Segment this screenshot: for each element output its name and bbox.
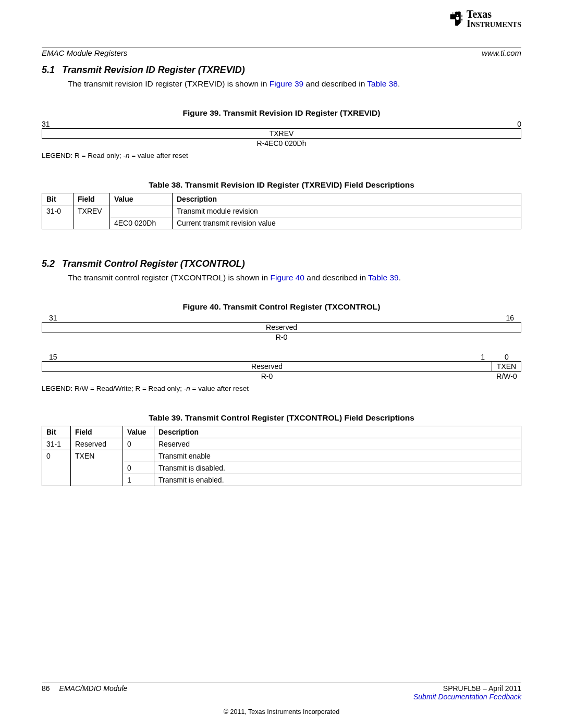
table-row: Reserved: [154, 438, 521, 450]
fig39-bit-hi: 31: [42, 120, 50, 128]
table-row: Transmit enable: [154, 450, 521, 462]
link-table-38[interactable]: Table 38: [367, 79, 398, 88]
table-row: TXEN: [71, 450, 123, 462]
t38-h-bit: Bit: [42, 193, 74, 205]
ti-logo: Texas Instruments: [449, 9, 521, 28]
table-row: [71, 462, 123, 474]
submit-feedback-link[interactable]: Submit Documentation Feedback: [413, 693, 521, 701]
table-row: Current transmit revision value: [173, 217, 521, 229]
link-figure-39[interactable]: Figure 39: [270, 79, 303, 88]
table-row: 0: [42, 450, 71, 462]
table-row: [71, 474, 123, 486]
t39-h-field: Field: [71, 426, 123, 438]
page-footer: 86 EMAC/MDIO Module SPRUFL5B – April 201…: [42, 683, 521, 715]
link-figure-40[interactable]: Figure 40: [270, 273, 304, 282]
footer-rule: [42, 683, 521, 683]
table-row: 31-0: [42, 205, 74, 217]
section-5.1-title: Transmit Revision ID Register (TXREVID): [62, 65, 245, 76]
table-row: [74, 217, 110, 229]
svg-point-1: [457, 15, 458, 17]
table-row: [110, 205, 173, 217]
t39-h-bit: Bit: [42, 426, 71, 438]
fig40-r2-bit-mid: 1: [481, 353, 485, 361]
fig40-r2-access-narrow: R/W-0: [492, 372, 521, 380]
table-row: 0: [123, 462, 154, 474]
table-row: Transmit is enabled.: [154, 474, 521, 486]
table-row: TXREV: [74, 205, 110, 217]
table-row: 1: [123, 474, 154, 486]
table-row: [42, 474, 71, 486]
ti-logo-text: Texas Instruments: [467, 9, 521, 28]
fig40-r2-bit-lo: 0: [492, 353, 521, 361]
fig40-r1-bit-hi: 31: [49, 314, 57, 322]
table-row: [42, 462, 71, 474]
table-38-caption: Table 38. Transmit Revision ID Register …: [42, 180, 521, 190]
fig39-access: R-4EC0 020Dh: [42, 139, 521, 147]
table-row: [123, 450, 154, 462]
table-39: Bit Field Value Description 31-1 Reserve…: [42, 426, 521, 486]
table-row: Reserved: [71, 438, 123, 450]
header-left: EMAC Module Registers: [42, 48, 127, 57]
table-row: 31-1: [42, 438, 71, 450]
section-5.2-body: The transmit control register (TXCONTROL…: [68, 273, 521, 283]
table-row: Transmit module revision: [173, 205, 521, 217]
section-5.1-heading: 5.1 Transmit Revision ID Register (TXREV…: [42, 65, 521, 76]
section-5.1-body: The transmit revision ID register (TXREV…: [68, 79, 521, 90]
logo-line2: Instruments: [467, 19, 521, 28]
table-row: Transmit is disabled.: [154, 462, 521, 474]
figure-39-register: TXREV: [42, 128, 521, 139]
section-5.2-heading: 5.2 Transmit Control Register (TXCONTROL…: [42, 258, 521, 269]
running-header: EMAC Module Registers www.ti.com: [42, 48, 521, 57]
fig40-legend: LEGEND: R/W = Read/Write; R = Read only;…: [42, 385, 521, 392]
t38-h-desc: Description: [173, 193, 521, 205]
fig40-r1-field: Reserved: [42, 322, 521, 332]
fig39-legend: LEGEND: R = Read only; -n = value after …: [42, 152, 521, 159]
table-38: Bit Field Value Description 31-0 TXREV T…: [42, 193, 521, 229]
section-5.1-number: 5.1: [42, 65, 55, 76]
t39-h-desc: Description: [154, 426, 521, 438]
table-row: 0: [123, 438, 154, 450]
section-5.2-number: 5.2: [42, 258, 55, 269]
figure-40-caption: Figure 40. Transmit Control Register (TX…: [42, 302, 521, 312]
table-row: [42, 217, 74, 229]
footer-module: EMAC/MDIO Module: [59, 684, 128, 693]
t38-h-value: Value: [110, 193, 173, 205]
table-row: 4EC0 020Dh: [110, 217, 173, 229]
page: Texas Instruments EMAC Module Registers …: [0, 0, 563, 728]
fig39-bit-lo: 0: [517, 120, 521, 128]
figure-40-row1: 31 16 Reserved R-0: [42, 314, 521, 341]
fig39-field: TXREV: [42, 128, 521, 138]
fig40-r1-access: R-0: [42, 333, 521, 341]
fig40-r2-bit-hi: 15: [49, 353, 57, 361]
link-table-39[interactable]: Table 39: [368, 273, 399, 282]
ti-chip-icon: [449, 11, 463, 27]
fig40-r1-bit-lo: 16: [506, 314, 514, 322]
header-right: www.ti.com: [482, 48, 521, 57]
section-5.2-title: Transmit Control Register (TXCONTROL): [62, 258, 245, 269]
t39-h-value: Value: [123, 426, 154, 438]
t38-h-field: Field: [74, 193, 110, 205]
fig40-r2-field-wide: Reserved: [42, 361, 492, 371]
figure-39-bitlabels: 31 0: [42, 120, 521, 128]
copyright: © 2011, Texas Instruments Incorporated: [42, 708, 521, 715]
footer-docid: SPRUFL5B – April 2011: [413, 684, 521, 693]
header-rule: [42, 47, 521, 47]
table-39-caption: Table 39. Transmit Control Register (TXC…: [42, 413, 521, 423]
fig40-r2-field-narrow: TXEN: [492, 361, 521, 371]
page-number: 86: [42, 684, 50, 693]
figure-39-caption: Figure 39. Transmit Revision ID Register…: [42, 108, 521, 118]
fig40-r2-access-wide: R-0: [42, 372, 492, 380]
figure-40-row2: 15 1 0 Reserved TXEN R-0 R/W-0: [42, 353, 521, 380]
